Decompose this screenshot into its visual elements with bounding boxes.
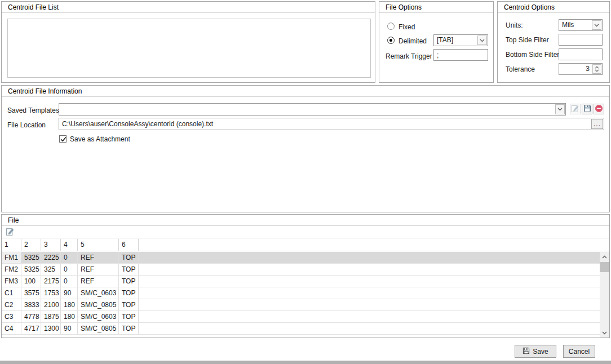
table-cell[interactable]: TOP — [119, 276, 139, 287]
save-template-button[interactable] — [582, 104, 592, 114]
table-cell[interactable]: C3 — [2, 311, 21, 322]
save-as-attachment-checkbox[interactable] — [59, 135, 67, 143]
file-preview-panel: File 123456 FM1532522250REFTOPFM25325325… — [1, 214, 610, 338]
table-cell[interactable]: C2 — [2, 299, 21, 310]
table-cell[interactable]: 3575 — [21, 287, 41, 299]
table-cell[interactable]: FM2 — [2, 264, 21, 275]
table-cell[interactable]: 0 — [61, 252, 78, 263]
table-cell[interactable]: C1 — [2, 287, 21, 299]
table-cell[interactable]: 2175 — [41, 276, 61, 287]
table-cell[interactable]: 1753 — [41, 287, 61, 299]
scroll-down-icon[interactable] — [600, 328, 609, 338]
table-row[interactable]: C13575175390SM/C_0603TOP — [2, 287, 600, 299]
table-cell[interactable]: REF — [78, 264, 119, 275]
delimited-radio[interactable] — [387, 37, 395, 44]
edit-file-button[interactable] — [5, 227, 15, 238]
remark-trigger-input[interactable]: ; — [433, 49, 488, 61]
table-cell[interactable]: TOP — [119, 264, 139, 275]
file-location-label: File Location — [7, 121, 46, 129]
table-cell-filler — [139, 264, 600, 275]
chevron-down-icon[interactable] — [477, 35, 487, 45]
file-location-input[interactable]: C:\Users\auser\ConsoleAssy\centorid (con… — [59, 118, 604, 130]
table-cell-filler — [139, 299, 600, 310]
table-row[interactable]: C238332100180SM/C_0805TOP — [2, 299, 600, 311]
table-cell[interactable]: FM3 — [2, 276, 21, 287]
top-side-filter-input[interactable] — [559, 34, 603, 46]
table-cell[interactable]: TOP — [119, 323, 139, 334]
table-cell[interactable]: TOP — [119, 287, 139, 299]
table-cell[interactable]: 5325 — [21, 264, 41, 275]
units-label: Units: — [506, 21, 523, 29]
scrollbar-thumb[interactable] — [600, 262, 609, 272]
bottom-side-filter-label: Bottom Side Filter — [506, 51, 559, 59]
table-cell[interactable]: 1875 — [41, 311, 61, 322]
table-cell[interactable]: 0 — [61, 264, 78, 275]
table-cell[interactable]: 2225 — [41, 252, 61, 263]
table-cell[interactable]: TOP — [119, 299, 139, 310]
chevron-down-icon[interactable] — [592, 20, 601, 30]
table-cell[interactable]: 2100 — [41, 299, 61, 310]
stepper-arrows-icon[interactable] — [592, 64, 601, 74]
table-row[interactable]: FM1532522250REFTOP — [2, 252, 600, 264]
delimited-radio-label[interactable]: Delimited — [399, 37, 427, 45]
column-header[interactable]: 3 — [41, 239, 61, 251]
table-cell[interactable]: C4 — [2, 323, 21, 334]
table-cell[interactable]: 5325 — [21, 252, 41, 263]
scroll-up-icon[interactable] — [600, 252, 609, 261]
table-cell[interactable]: TOP — [119, 311, 139, 322]
table-cell[interactable]: TOP — [119, 252, 139, 263]
bottom-side-filter-input[interactable] — [559, 48, 603, 60]
table-cell[interactable]: 0 — [61, 276, 78, 287]
column-header[interactable]: 5 — [78, 239, 119, 251]
saved-templates-dropdown[interactable] — [59, 103, 566, 116]
centroid-file-listbox[interactable] — [7, 19, 371, 78]
column-header[interactable]: 6 — [119, 239, 139, 251]
column-header[interactable]: 4 — [61, 239, 78, 251]
save-button[interactable]: Save — [515, 345, 556, 358]
file-options-title: File Options — [379, 2, 493, 13]
tolerance-value: 3 — [586, 64, 590, 74]
table-cell[interactable]: 325 — [41, 264, 61, 275]
delete-template-button[interactable] — [594, 104, 604, 114]
table-cell[interactable]: FM1 — [2, 252, 21, 263]
chevron-down-icon[interactable] — [555, 104, 565, 114]
table-scrollbar[interactable] — [600, 252, 609, 338]
table-cell[interactable]: SM/C_0805 — [78, 323, 119, 334]
table-row[interactable]: FM253253250REFTOP — [2, 264, 600, 276]
fixed-radio[interactable] — [387, 23, 395, 30]
delimiter-dropdown[interactable]: [TAB] — [433, 34, 488, 46]
column-header[interactable]: 2 — [21, 239, 41, 251]
table-cell[interactable]: 4717 — [21, 323, 41, 334]
top-side-filter-label: Top Side Filter — [506, 36, 549, 44]
centroid-file-info-panel: Centroid File Information Saved Template… — [1, 85, 610, 212]
table-cell[interactable]: REF — [78, 276, 119, 287]
cancel-button[interactable]: Cancel — [563, 345, 595, 358]
column-header[interactable]: 1 — [2, 239, 21, 251]
table-cell[interactable]: REF — [78, 252, 119, 263]
save-as-attachment-label[interactable]: Save as Attachment — [70, 135, 130, 143]
centroid-file-list-title: Centroid File List — [2, 2, 375, 13]
table-cell[interactable]: 90 — [61, 287, 78, 299]
cancel-button-label: Cancel — [569, 348, 590, 356]
table-cell[interactable]: 100 — [21, 276, 41, 287]
table-cell[interactable]: 180 — [61, 311, 78, 322]
table-cell[interactable]: SM/C_0603 — [78, 311, 119, 322]
table-cell[interactable]: 180 — [61, 299, 78, 310]
table-cell[interactable]: 1300 — [41, 323, 61, 334]
table-cell[interactable]: 90 — [61, 323, 78, 334]
table-cell-filler — [139, 252, 600, 263]
remark-trigger-label: Remark Trigger — [386, 52, 432, 60]
units-dropdown[interactable]: Mils — [559, 19, 603, 31]
tolerance-stepper[interactable]: 3 — [559, 63, 603, 75]
fixed-radio-label[interactable]: Fixed — [399, 23, 415, 31]
table-cell[interactable]: 3833 — [21, 299, 41, 310]
table-cell[interactable]: 4778 — [21, 311, 41, 322]
table-row[interactable]: C44717130090SM/C_0805TOP — [2, 323, 600, 335]
table-cell[interactable]: SM/C_0805 — [78, 299, 119, 310]
browse-button[interactable]: ... — [591, 119, 603, 129]
edit-template-button[interactable] — [570, 104, 581, 114]
table-row[interactable]: FM310021750REFTOP — [2, 276, 600, 287]
centroid-file-info-title: Centroid File Information — [2, 86, 609, 97]
table-row[interactable]: C347781875180SM/C_0603TOP — [2, 311, 600, 323]
table-cell[interactable]: SM/C_0603 — [78, 287, 119, 299]
